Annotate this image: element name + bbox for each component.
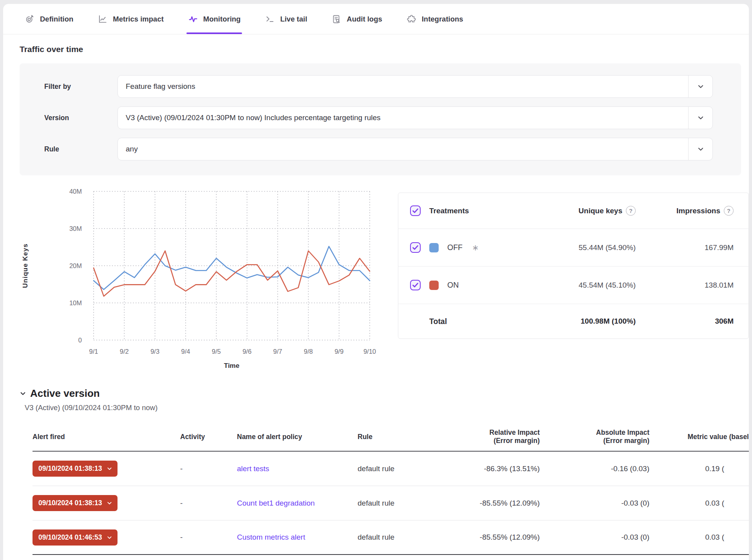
select-all-checkbox[interactable] <box>410 205 421 216</box>
alert-relative-impact: -85.55% (12.09%) <box>442 533 540 542</box>
alert-fired-badge[interactable]: 09/10/2024 01:38:13 <box>33 495 118 511</box>
alert-fired-time: 09/10/2024 01:38:13 <box>38 499 102 507</box>
col-absolute-impact: Absolute Impact (Error margin) <box>540 429 649 445</box>
definition-target-icon <box>25 14 35 24</box>
off-color-swatch <box>429 243 439 252</box>
off-checkbox[interactable] <box>410 242 421 253</box>
chevron-down-icon <box>688 76 712 97</box>
tab-audit-logs[interactable]: Audit logs <box>331 4 382 34</box>
svg-text:9/3: 9/3 <box>150 348 159 355</box>
tab-label: Audit logs <box>347 15 382 23</box>
col-activity: Activity <box>172 433 228 441</box>
off-unique-keys: 55.44M (54.90%) <box>506 243 636 252</box>
treatment-name: ON <box>447 281 459 290</box>
help-icon[interactable]: ? <box>724 206 734 216</box>
alert-policy-link[interactable]: Custom metrics alert <box>237 533 305 541</box>
alert-metric-value: 0.03 ( <box>649 533 749 542</box>
tab-bar: Definition Metrics impact Monitoring <box>3 4 749 34</box>
tab-metrics-impact[interactable]: Metrics impact <box>98 4 164 34</box>
main-card: Definition Metrics impact Monitoring <box>3 4 749 560</box>
traffic-visualization: 010M20M30M40M9/19/29/39/49/59/69/79/89/9… <box>17 186 749 370</box>
active-version-subtitle: V3 (Active) (09/10/2024 01:30PM to now) <box>25 403 749 412</box>
alert-absolute-impact: -0.03 (0) <box>540 533 649 542</box>
treatment-name: OFF <box>447 243 463 252</box>
col-policy: Name of alert policy <box>228 433 358 441</box>
alert-fired-badge[interactable]: 09/10/2024 01:46:53 <box>33 529 118 546</box>
chevron-down-icon <box>107 535 112 540</box>
on-unique-keys: 45.54M (45.10%) <box>506 281 636 290</box>
alert-fired-time: 09/10/2024 01:38:13 <box>38 465 102 473</box>
treatments-header-row: Treatments Unique keys ? Impressions ? <box>398 193 748 229</box>
alert-row: 09/10/2024 01:38:13 - alert tests defaul… <box>33 452 749 486</box>
version-label: Version <box>44 114 118 122</box>
alert-row: 09/10/2024 01:46:53 - Custom metrics ale… <box>33 520 749 555</box>
col-metric-value: Metric value (basel <box>649 433 749 441</box>
terminal-icon <box>265 14 275 24</box>
alert-activity: - <box>172 465 228 473</box>
alert-policy-link[interactable]: alert tests <box>237 465 269 473</box>
alert-fired-time: 09/10/2024 01:46:53 <box>38 533 102 542</box>
svg-text:9/7: 9/7 <box>273 348 282 355</box>
tab-definition[interactable]: Definition <box>25 4 73 34</box>
on-checkbox[interactable] <box>410 280 421 290</box>
alert-relative-impact: -85.55% (12.09%) <box>442 499 540 508</box>
tab-integrations[interactable]: Integrations <box>407 4 463 34</box>
col-alert-fired: Alert fired <box>33 433 172 441</box>
treatment-row-off: OFF ∗ 55.44M (54.90%) 167.99M <box>398 229 748 266</box>
impressions-header: Impressions <box>676 207 720 215</box>
active-version-title: Active version <box>30 387 100 400</box>
version-row: Version V3 (Active) (09/01/2024 01:30PM … <box>44 106 713 129</box>
unique-keys-header: Unique keys <box>578 207 622 215</box>
tab-label: Integrations <box>422 15 463 23</box>
tab-monitoring[interactable]: Monitoring <box>188 4 241 34</box>
rule-value: any <box>118 145 688 153</box>
svg-text:9/8: 9/8 <box>304 348 313 355</box>
version-value: V3 (Active) (09/01/2024 01:30PM to now) … <box>118 113 688 122</box>
checkbox-check-icon <box>412 281 419 289</box>
alert-absolute-impact: -0.03 (0) <box>540 499 649 508</box>
checkbox-check-icon <box>412 244 419 251</box>
col-rule: Rule <box>358 433 442 441</box>
chevron-down-icon <box>688 107 712 129</box>
filter-by-row: Filter by Feature flag versions <box>44 75 713 98</box>
svg-text:10M: 10M <box>69 299 82 306</box>
total-impressions: 306M <box>636 317 734 326</box>
col-relative-impact: Relative Impact (Error margin) <box>442 429 540 445</box>
audit-document-icon <box>331 14 342 24</box>
chevron-down-icon <box>107 466 112 472</box>
alert-rule: default rule <box>358 533 442 542</box>
help-icon[interactable]: ? <box>626 206 636 216</box>
filter-panel: Filter by Feature flag versions Version … <box>20 63 741 175</box>
default-treatment-icon: ∗ <box>472 243 479 252</box>
alert-policy-link[interactable]: Count bet1 degradation <box>237 499 315 507</box>
alert-activity: - <box>172 533 228 542</box>
treatments-total-row: Total 100.98M (100%) 306M <box>398 304 748 339</box>
svg-text:30M: 30M <box>69 225 82 232</box>
tab-live-tail[interactable]: Live tail <box>265 4 307 34</box>
svg-text:Time: Time <box>224 362 239 369</box>
alert-relative-impact: -86.3% (13.51%) <box>442 465 540 473</box>
chevron-down-icon <box>107 500 112 506</box>
filter-by-select[interactable]: Feature flag versions <box>118 75 713 98</box>
total-unique-keys: 100.98M (100%) <box>506 317 636 326</box>
traffic-line-chart: 010M20M30M40M9/19/29/39/49/59/69/79/89/9… <box>17 186 378 370</box>
alert-row: 09/10/2024 01:38:13 - Count bet1 degrada… <box>33 486 749 520</box>
version-select[interactable]: V3 (Active) (09/01/2024 01:30PM to now) … <box>118 106 713 129</box>
svg-text:9/1: 9/1 <box>89 348 98 355</box>
alert-fired-badge[interactable]: 09/10/2024 01:38:13 <box>33 461 118 477</box>
rule-select[interactable]: any <box>118 138 713 160</box>
treatment-row-on: ON 45.54M (45.10%) 138.01M <box>398 266 748 304</box>
alert-metric-value: 0.03 ( <box>649 499 749 508</box>
svg-text:9/10: 9/10 <box>363 348 376 355</box>
svg-text:40M: 40M <box>69 188 82 195</box>
filter-by-value: Feature flag versions <box>118 82 688 91</box>
active-version-header[interactable]: Active version <box>20 387 749 400</box>
alert-activity: - <box>172 499 228 508</box>
total-label: Total <box>429 317 447 326</box>
svg-text:9/9: 9/9 <box>334 348 343 355</box>
tab-label: Metrics impact <box>113 15 164 23</box>
alert-metric-value: 0.19 ( <box>649 465 749 473</box>
on-color-swatch <box>429 281 439 290</box>
rule-row: Rule any <box>44 138 713 160</box>
filter-by-label: Filter by <box>44 83 118 91</box>
